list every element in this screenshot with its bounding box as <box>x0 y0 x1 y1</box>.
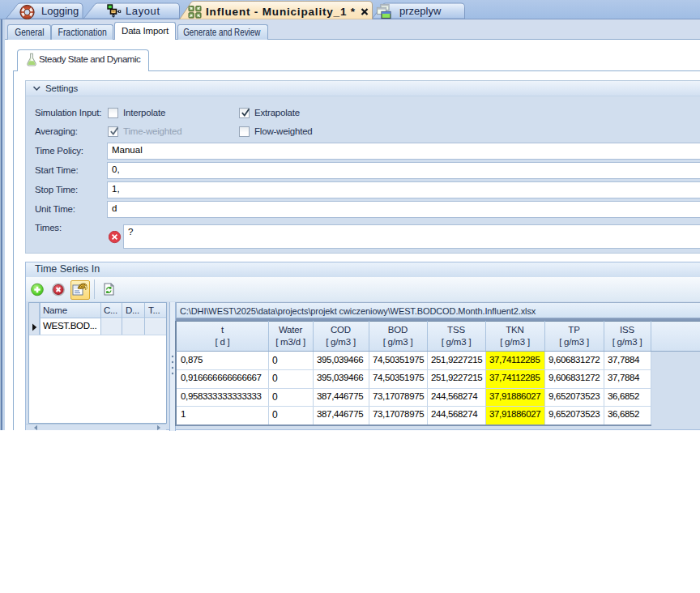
svg-text:przeplyw: przeplyw <box>399 5 442 17</box>
svg-text:Influent - Municipality_1 *: Influent - Municipality_1 * <box>206 6 356 18</box>
svg-text:Layout: Layout <box>126 5 160 17</box>
svg-text:Logging: Logging <box>41 5 79 17</box>
